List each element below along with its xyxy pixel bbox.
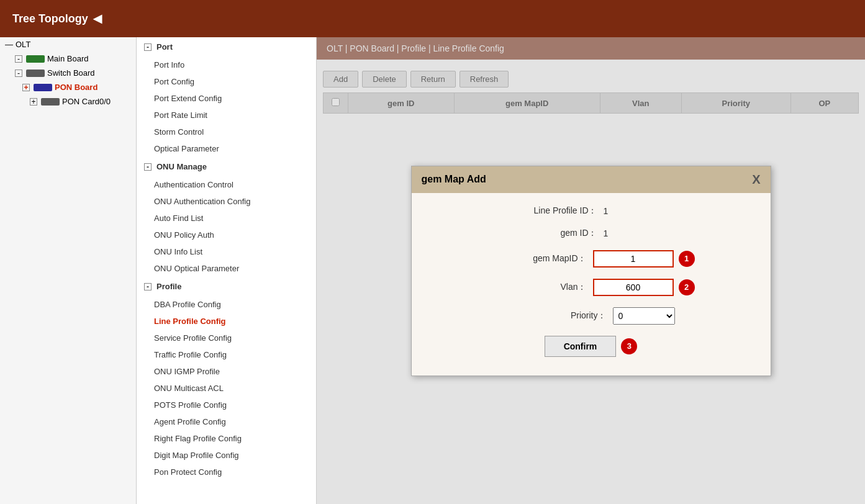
priority-label: Priority： bbox=[507, 310, 607, 322]
gem-mapid-row: gem MapID： 1 bbox=[430, 250, 752, 268]
line-profile-id-row: Line Profile ID： 1 bbox=[430, 205, 752, 217]
confirm-button[interactable]: Confirm bbox=[545, 336, 617, 357]
nav-onu-igmp[interactable]: ONU IGMP Profile bbox=[137, 363, 316, 380]
priority-row: Priority： 0 1 2 3 4 5 6 7 bbox=[430, 307, 752, 325]
minus-box-switch: - bbox=[15, 70, 22, 77]
gem-mapid-input[interactable] bbox=[593, 250, 674, 268]
minus-box-pon: + bbox=[22, 84, 30, 91]
switchboard-icon bbox=[26, 70, 45, 77]
nav-auto-find[interactable]: Auto Find List bbox=[137, 210, 316, 227]
nav-auth-control[interactable]: Authentication Control bbox=[137, 176, 316, 193]
middle-nav: - Port Port Info Port Config Port Extend… bbox=[137, 37, 317, 504]
profile-section-header: - Profile bbox=[137, 277, 316, 296]
tree-item-mainboard[interactable]: - Main Board bbox=[0, 52, 136, 66]
olt-prefix: — bbox=[5, 40, 13, 49]
nav-agent-profile[interactable]: Agent Profile Config bbox=[137, 413, 316, 430]
onu-section-header: - ONU Manage bbox=[137, 157, 316, 176]
gem-id-value: 1 bbox=[604, 228, 684, 238]
line-profile-id-value: 1 bbox=[604, 206, 684, 216]
nav-onu-multicast[interactable]: ONU Multicast ACL bbox=[137, 380, 316, 397]
port-minus: - bbox=[144, 43, 152, 51]
vlan-label: Vlan： bbox=[487, 282, 587, 293]
nav-optical-param[interactable]: Optical Parameter bbox=[137, 140, 316, 157]
minus-box-main: - bbox=[15, 55, 22, 63]
onu-section: - ONU Manage Authentication Control ONU … bbox=[137, 157, 316, 277]
header-arrow: ◀ bbox=[93, 12, 102, 25]
nav-digit-map[interactable]: Digit Map Profile Config bbox=[137, 447, 316, 464]
nav-dba-profile[interactable]: DBA Profile Config bbox=[137, 296, 316, 313]
app-title: Tree Topology bbox=[12, 12, 88, 25]
step1-badge: 1 bbox=[679, 251, 695, 267]
content-area: OLT | PON Board | Profile | Line Profile… bbox=[317, 37, 865, 504]
switchboard-label: Switch Board bbox=[47, 68, 95, 78]
step2-badge: 2 bbox=[679, 279, 695, 295]
profile-minus: - bbox=[144, 283, 152, 290]
nav-pots-profile[interactable]: POTS Profile Config bbox=[137, 397, 316, 413]
modal-title: gem Map Add bbox=[422, 174, 486, 185]
mainboard-label: Main Board bbox=[47, 54, 88, 63]
tree-item-ponboard[interactable]: + PON Board bbox=[0, 80, 136, 94]
nav-port-info[interactable]: Port Info bbox=[137, 56, 316, 73]
vlan-input[interactable] bbox=[593, 279, 674, 296]
gem-id-row: gem ID： 1 bbox=[430, 228, 752, 239]
tree-item-olt[interactable]: — OLT bbox=[0, 37, 136, 52]
modal-close-button[interactable]: X bbox=[752, 173, 760, 187]
mainboard-icon bbox=[26, 55, 45, 63]
nav-onu-auth-config[interactable]: ONU Authentication Config bbox=[137, 193, 316, 210]
onu-minus: - bbox=[144, 163, 152, 171]
app-header: Tree Topology ◀ bbox=[0, 0, 865, 37]
step3-badge: 3 bbox=[621, 338, 637, 354]
nav-pon-protect[interactable]: Pon Protect Config bbox=[137, 464, 316, 480]
ponboard-icon bbox=[34, 84, 52, 91]
ponboard-label: PON Board bbox=[55, 83, 97, 92]
tree-item-switchboard[interactable]: - Switch Board bbox=[0, 66, 136, 80]
modal-header: gem Map Add X bbox=[412, 166, 771, 193]
line-profile-id-label: Line Profile ID： bbox=[498, 205, 597, 217]
nav-service-profile[interactable]: Service Profile Config bbox=[137, 330, 316, 346]
poncard-icon bbox=[41, 98, 60, 106]
profile-section: - Profile DBA Profile Config Line Profil… bbox=[137, 277, 316, 480]
vlan-row: Vlan： 2 bbox=[430, 279, 752, 296]
nav-line-profile[interactable]: Line Profile Config bbox=[137, 313, 316, 330]
gem-mapid-label: gem MapID： bbox=[487, 253, 587, 264]
nav-port-extend[interactable]: Port Extend Config bbox=[137, 90, 316, 107]
tree-item-poncard[interactable]: + PON Card0/0 bbox=[0, 94, 136, 109]
profile-label: Profile bbox=[156, 282, 181, 291]
nav-right-flag[interactable]: Right Flag Profile Config bbox=[137, 430, 316, 447]
port-section: - Port Port Info Port Config Port Extend… bbox=[137, 37, 316, 157]
port-section-header: - Port bbox=[137, 37, 316, 56]
tree-topology-sidebar: — OLT - Main Board - Switch Board + PON … bbox=[0, 37, 137, 504]
priority-select[interactable]: 0 1 2 3 4 5 6 7 bbox=[613, 307, 675, 325]
nav-onu-policy[interactable]: ONU Policy Auth bbox=[137, 227, 316, 243]
nav-onu-info[interactable]: ONU Info List bbox=[137, 243, 316, 260]
port-label: Port bbox=[156, 42, 173, 52]
nav-traffic-profile[interactable]: Traffic Profile Config bbox=[137, 346, 316, 363]
onu-label: ONU Manage bbox=[156, 162, 207, 171]
olt-label: OLT bbox=[16, 40, 30, 49]
nav-onu-optical[interactable]: ONU Optical Parameter bbox=[137, 260, 316, 277]
gem-map-add-modal: gem Map Add X Line Profile ID： 1 gem ID：… bbox=[411, 166, 771, 376]
nav-storm-control[interactable]: Storm Control bbox=[137, 124, 316, 140]
modal-body: Line Profile ID： 1 gem ID： 1 gem MapID： … bbox=[412, 193, 771, 376]
nav-port-config[interactable]: Port Config bbox=[137, 73, 316, 90]
minus-box-poncard: + bbox=[30, 98, 37, 106]
nav-port-rate[interactable]: Port Rate Limit bbox=[137, 107, 316, 124]
confirm-row: Confirm 3 bbox=[430, 336, 752, 357]
modal-overlay: gem Map Add X Line Profile ID： 1 gem ID：… bbox=[317, 37, 865, 504]
poncard-label: PON Card0/0 bbox=[62, 97, 111, 106]
gem-id-label: gem ID： bbox=[498, 228, 597, 239]
